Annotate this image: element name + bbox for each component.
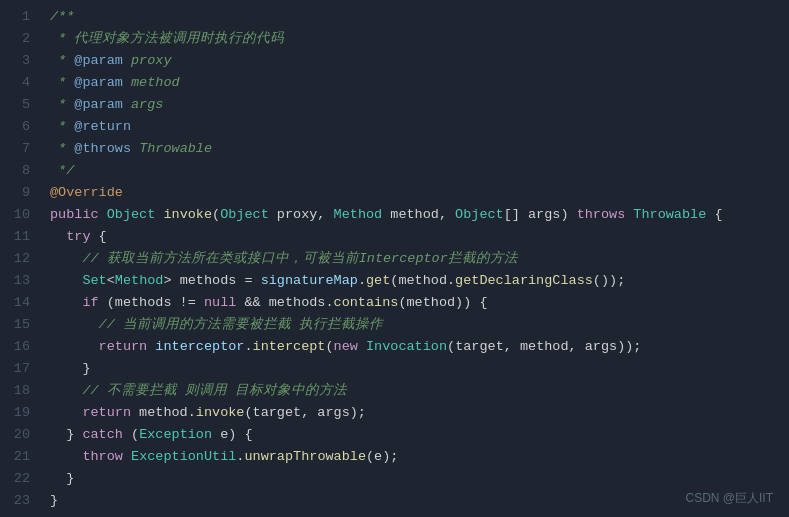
code-token: getDeclaringClass (455, 273, 593, 288)
code-token: < (107, 273, 115, 288)
code-token: null (204, 295, 236, 310)
line-number: 20 (8, 424, 30, 446)
code-token: } (50, 361, 91, 376)
code-line: } (50, 490, 779, 512)
code-line: Set<Method> methods = signatureMap.get(m… (50, 270, 779, 292)
code-token: // 不需要拦截 则调用 目标对象中的方法 (50, 383, 347, 398)
code-token: @Override (50, 185, 123, 200)
code-line: * @param args (50, 94, 779, 116)
line-number: 6 (8, 116, 30, 138)
code-line: */ (50, 160, 779, 182)
code-token: ( (212, 207, 220, 222)
code-token: . (358, 273, 366, 288)
line-number: 12 (8, 248, 30, 270)
code-token: Throwable (633, 207, 706, 222)
code-token: method, (382, 207, 455, 222)
code-token: (methods != (99, 295, 204, 310)
line-number: 23 (8, 490, 30, 512)
code-token: public (50, 207, 99, 222)
code-token: @param (74, 75, 123, 90)
code-token: Invocation (366, 339, 447, 354)
code-token: (target, args); (244, 405, 366, 420)
code-line: * @throws Throwable (50, 138, 779, 160)
code-token: proxy, (269, 207, 334, 222)
code-editor: 1234567891011121314151617181920212223 /*… (0, 0, 789, 517)
line-number: 10 (8, 204, 30, 226)
code-line: if (methods != null && methods.contains(… (50, 292, 779, 314)
code-token: ( (123, 427, 139, 442)
code-line: return method.invoke(target, args); (50, 402, 779, 424)
code-line: * @param method (50, 72, 779, 94)
code-token: { (91, 229, 107, 244)
code-token: { (706, 207, 722, 222)
code-token: if (82, 295, 98, 310)
line-number: 5 (8, 94, 30, 116)
code-token: } (50, 427, 82, 442)
code-token (50, 295, 82, 310)
code-token (50, 273, 82, 288)
code-token: method. (131, 405, 196, 420)
code-token: try (66, 229, 90, 244)
code-token: contains (334, 295, 399, 310)
code-token: // 当前调用的方法需要被拦截 执行拦截操作 (50, 317, 383, 332)
code-token: /** (50, 9, 74, 24)
code-token: > methods = (163, 273, 260, 288)
code-line: } (50, 468, 779, 490)
code-token: * 代理对象方法被调用时执行的代码 (50, 31, 284, 46)
code-line: public Object invoke(Object proxy, Metho… (50, 204, 779, 226)
code-token: catch (82, 427, 123, 442)
code-token (50, 229, 66, 244)
line-number: 19 (8, 402, 30, 424)
line-number: 4 (8, 72, 30, 94)
code-token (99, 207, 107, 222)
code-token: * (50, 141, 74, 156)
code-token: [] args) (504, 207, 577, 222)
line-number: 15 (8, 314, 30, 336)
code-token: Method (334, 207, 383, 222)
code-token: (method)) { (398, 295, 487, 310)
code-line: } (50, 358, 779, 380)
code-token: new (334, 339, 358, 354)
code-token: unwrapThrowable (244, 449, 366, 464)
code-line: return interceptor.intercept(new Invocat… (50, 336, 779, 358)
code-token: intercept (253, 339, 326, 354)
line-number: 13 (8, 270, 30, 292)
code-token: && methods. (236, 295, 333, 310)
code-token: invoke (196, 405, 245, 420)
code-token: * (50, 119, 74, 134)
code-token: args (123, 97, 164, 112)
code-line: @Override (50, 182, 779, 204)
code-token: return (82, 405, 131, 420)
line-number: 8 (8, 160, 30, 182)
line-number: 3 (8, 50, 30, 72)
code-token (50, 405, 82, 420)
code-token: e) { (212, 427, 253, 442)
code-token: } (50, 493, 58, 508)
code-line: // 获取当前方法所在类或接口中，可被当前Interceptor拦截的方法 (50, 248, 779, 270)
code-token: throws (577, 207, 626, 222)
code-token: ()); (593, 273, 625, 288)
code-line: * @param proxy (50, 50, 779, 72)
code-token: (e); (366, 449, 398, 464)
code-token: Exception (139, 427, 212, 442)
code-token: . (244, 339, 252, 354)
code-token: * (50, 53, 74, 68)
code-token: Object (220, 207, 269, 222)
line-number: 16 (8, 336, 30, 358)
code-token: (method. (390, 273, 455, 288)
code-token: Object (107, 207, 156, 222)
code-line: throw ExceptionUtil.unwrapThrowable(e); (50, 446, 779, 468)
code-token: @param (74, 97, 123, 112)
code-token: * (50, 97, 74, 112)
code-token: Method (115, 273, 164, 288)
code-token: Object (455, 207, 504, 222)
watermark: CSDN @巨人IIT (685, 490, 773, 507)
code-token (50, 339, 99, 354)
code-content: /** * 代理对象方法被调用时执行的代码 * @param proxy * @… (40, 6, 789, 512)
code-token: method (123, 75, 180, 90)
line-number: 18 (8, 380, 30, 402)
code-token: ExceptionUtil (131, 449, 236, 464)
code-line: } catch (Exception e) { (50, 424, 779, 446)
code-token: proxy (123, 53, 172, 68)
line-number: 1 (8, 6, 30, 28)
